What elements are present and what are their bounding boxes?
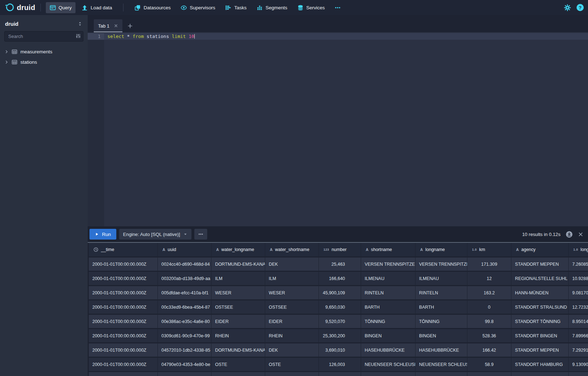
cell-water_shortname[interactable]: EIDER [265,315,319,328]
cell-km[interactable]: 12 [467,272,511,285]
cell-shortname[interactable]: RINTELN [361,286,416,299]
cell-longitude[interactable]: 10.928843 [569,272,588,285]
cell-uuid[interactable]: 003200ab-d138-49d9-aa [158,272,212,285]
cell-shortname[interactable]: NEUENSEER SCHLEUSEN [361,358,416,371]
cell-water_longname[interactable]: ILM [212,272,265,285]
column-header-__time[interactable]: __time [89,243,158,256]
cell-uuid[interactable]: 0024cc40-d690-468d-84 [158,257,212,271]
cell-number[interactable]: 126,003 [319,358,361,371]
engine-select[interactable]: Engine: Auto [SQL (native)] [119,229,191,240]
cell-longname[interactable]: RINTELN [416,286,467,299]
search-input[interactable] [4,31,83,42]
cell-longitude[interactable]: 9.13090 [569,358,588,371]
cell-km[interactable]: 171.309 [467,257,511,271]
cell-number[interactable]: 3,690,010 [319,343,361,357]
cell-agency[interactable]: HANN-MÜNDEN [511,286,569,299]
cell-water_shortname[interactable]: OSTSEE [265,300,319,314]
cell-water_longname[interactable]: RHEIN [212,329,265,342]
cell-water_longname[interactable]: OSTSEE [212,300,265,314]
cell-agency[interactable]: STANDORT MEPPEN [511,257,569,271]
cell-shortname[interactable]: VERSEN TRENNSPITZE [361,257,416,271]
tab-close-icon[interactable] [114,24,118,28]
cell-agency[interactable]: STANDORT MEPPEN [511,343,569,357]
nav-supervisors[interactable]: Supervisors [177,2,219,13]
cell-number[interactable]: 25,463 [319,257,361,271]
cell-uuid[interactable]: 04790e03-4353-4e80-be [158,358,212,371]
cell-__time[interactable] [89,372,158,376]
run-button[interactable]: Run [89,229,116,240]
column-header-shortname[interactable]: Ashortname [361,243,416,256]
cell-water_shortname[interactable]: RHEIN [265,329,319,342]
cell-number[interactable]: 25,300,200 [319,329,361,342]
cell-water_longname[interactable]: DORTMUND-EMS-KANA [212,257,265,271]
column-header-number[interactable]: 123number [319,243,361,256]
cell-agency[interactable]: REGIONALSTELLE SUHL [511,272,569,285]
cell-uuid[interactable]: 0309cd61-90c9-470e-99 [158,329,212,342]
cell-longname[interactable]: NEUENSEER SCHLEUSEN [416,358,467,371]
cell-longitude[interactable]: 9.081704 [569,286,588,299]
cell-longname[interactable]: BINGEN [416,329,467,342]
cell-water_longname[interactable]: OSTE [212,358,265,371]
column-header-longitude[interactable]: 1.0longitude [569,243,588,256]
cell-__time[interactable]: 2000-01-01T00:00:00.000Z [89,343,158,357]
sql-editor[interactable]: 1 select * from stations limit 10 [88,32,588,226]
cell-longitude[interactable]: 7.292912 [569,343,588,357]
nav-segments[interactable]: Segments [253,2,291,13]
cell-__time[interactable]: 2000-01-01T00:00:00.000Z [89,358,158,371]
cell-shortname[interactable]: TÖNNING [361,315,416,328]
schema-selector[interactable]: druid [0,15,88,31]
nav-query[interactable]: Query [46,2,76,13]
cell-shortname[interactable]: ILMENAU [361,272,416,285]
cell-number[interactable]: 166,640 [319,272,361,285]
cell-longitude[interactable]: 8.950149 [569,315,588,328]
cell-__time[interactable]: 2000-01-01T00:00:00.000Z [89,329,158,342]
cell-water_shortname[interactable]: WESER [265,286,319,299]
query-more-button[interactable] [194,229,207,240]
cell-agency[interactable]: STANDORT HAMBURG [511,358,569,371]
nav-services[interactable]: Services [293,2,329,13]
settings-icon[interactable] [564,4,571,11]
column-header-water_shortname[interactable]: Awater_shortname [265,243,319,256]
cell-water_longname[interactable]: EIDER [212,315,265,328]
cell-longitude[interactable] [569,372,588,376]
filter-sliders-icon[interactable] [76,33,81,39]
cell-longitude[interactable]: 7.260856 [569,257,588,271]
cell-km[interactable]: 58.9 [467,358,511,371]
column-header-agency[interactable]: Aagency [511,243,569,256]
column-header-water_longname[interactable]: Awater_longname [212,243,265,256]
cell-__time[interactable]: 2000-01-01T00:00:00.000Z [89,315,158,328]
cell-longname[interactable]: TÖNNING [416,315,467,328]
cell-longitude[interactable]: 12.723220 [569,300,588,314]
cell-uuid[interactable]: 00c33ed9-6bea-45b4-87 [158,300,212,314]
cell-longname[interactable]: VERSEN TRENNSPITZE [416,257,467,271]
cell-number[interactable]: 45,900,109 [319,286,361,299]
cell-km[interactable] [467,372,511,376]
nav-more[interactable] [331,2,345,13]
cell-number[interactable]: 9,650,030 [319,300,361,314]
cell-water_longname[interactable]: WESER [212,286,265,299]
cell-water_shortname[interactable] [265,372,319,376]
cell-longname[interactable] [416,372,467,376]
cell-water_longname[interactable] [212,372,265,376]
cell-shortname[interactable]: HASEHUBBRÜCKE [361,343,416,357]
cell-agency[interactable]: STANDORT STRALSUND [511,300,569,314]
cell-shortname[interactable]: BINGEN [361,329,416,342]
cell-uuid[interactable] [158,372,212,376]
cell-water_shortname[interactable]: ILM [265,272,319,285]
cell-km[interactable]: 528.36 [467,329,511,342]
tree-item-stations[interactable]: stations [0,57,88,67]
nav-datasources[interactable]: Datasources [131,2,175,13]
cell-longname[interactable]: HASEHUBBRÜCKE [416,343,467,357]
cell-agency[interactable] [511,372,569,376]
nav-tasks[interactable]: Tasks [221,2,251,13]
cell-water_longname[interactable]: DORTMUND-EMS-KANA [212,343,265,357]
cell-__time[interactable]: 2000-01-01T00:00:00.000Z [89,272,158,285]
cell-shortname[interactable] [361,372,416,376]
cell-longname[interactable]: ILMENAU [416,272,467,285]
tab-query-1[interactable]: Tab 1 [94,19,122,32]
cell-number[interactable] [319,372,361,376]
cell-longname[interactable]: BARTH [416,300,467,314]
cell-uuid[interactable]: 005dfdae-efcc-410a-bf1 [158,286,212,299]
cell-water_shortname[interactable]: OSTE [265,358,319,371]
cell-km[interactable]: 0 [467,300,511,314]
